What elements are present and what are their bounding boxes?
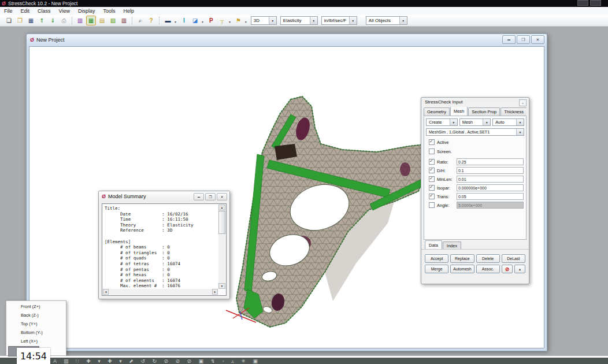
collapse-button[interactable]: ▴ xyxy=(514,265,525,273)
window-restore-button[interactable] xyxy=(517,35,530,44)
trans-field[interactable] xyxy=(457,193,524,200)
tab-thickness[interactable]: Thickness xyxy=(501,107,527,116)
load-icon[interactable]: ⚑ xyxy=(233,16,243,25)
object-select[interactable]: Mesh ▼ xyxy=(459,118,491,126)
menu-edit[interactable]: Edit xyxy=(17,8,34,14)
trans-checkbox[interactable] xyxy=(429,194,435,199)
dialog-close-button[interactable] xyxy=(217,193,227,200)
chevron-down-icon: ▼ xyxy=(516,129,524,135)
file-objects-icon[interactable]: ▤ xyxy=(97,16,107,25)
scroll-down-icon[interactable]: ▼ xyxy=(218,283,225,289)
automesh-button[interactable]: Automesh xyxy=(450,265,474,273)
scrollbar-thumb[interactable] xyxy=(218,211,225,234)
section-icon[interactable]: I xyxy=(179,16,189,25)
chevron-down-icon[interactable]: ▼ xyxy=(244,20,247,24)
angle-field[interactable] xyxy=(457,202,524,209)
delast-button[interactable]: DeLast xyxy=(502,254,525,263)
mesh-tab-page: Create ▼ Mesh ▼ Auto ▼ MeshSim , 1,Globa… xyxy=(424,116,527,240)
merge-button[interactable]: Merge xyxy=(425,265,448,273)
help-icon[interactable]: ? xyxy=(146,16,156,25)
display-options-icon[interactable]: ▬ xyxy=(163,16,173,25)
constraint-icon[interactable]: ┬ xyxy=(217,16,227,25)
tab-section-prop[interactable]: Section Prop xyxy=(468,107,500,116)
delete-button[interactable]: Delete xyxy=(476,254,500,263)
bottom-toolbar-icons[interactable]: A ▥ ∷ ✚ ▾ ✚ ▾ ⬈ ↺ ↻ ⊘ ⊘ ⊘ ▣ ↯ ◦ ▵ ✳ ▣ xyxy=(53,358,261,364)
menu-tools[interactable]: Tools xyxy=(99,8,119,14)
minlen-checkbox[interactable] xyxy=(429,176,435,182)
dh-label: D/H: xyxy=(437,168,454,173)
chevron-down-icon[interactable]: ▼ xyxy=(201,20,204,24)
screen-checkbox[interactable] xyxy=(429,148,435,154)
scroll-up-icon[interactable]: ▲ xyxy=(218,205,225,210)
open-icon[interactable]: ❐ xyxy=(15,16,25,25)
angle-checkbox[interactable] xyxy=(429,202,435,208)
project-info-icon[interactable]: ▥ xyxy=(75,16,85,25)
menu-item-bottom[interactable]: Bottom (Y-) xyxy=(6,328,66,337)
dh-checkbox[interactable] xyxy=(429,168,435,173)
app-minimize-button[interactable] xyxy=(577,0,588,6)
panel-close-button[interactable] xyxy=(519,99,527,106)
import-icon[interactable]: ⇑ xyxy=(37,16,47,25)
ratio-checkbox[interactable] xyxy=(429,159,435,165)
isopar-checkbox[interactable] xyxy=(429,185,435,191)
export-icon[interactable]: ⇓ xyxy=(48,16,58,25)
menu-item-front[interactable]: Front (Z+) xyxy=(6,302,66,311)
points-icon[interactable]: P xyxy=(206,16,216,25)
dialog-maximize-button[interactable] xyxy=(205,193,216,200)
ratio-field[interactable] xyxy=(457,158,524,165)
material-icon[interactable]: ▥ xyxy=(119,16,129,25)
theory-select[interactable]: Elasticity ▼ xyxy=(280,16,318,25)
scroll-right-icon[interactable]: ► xyxy=(212,289,218,295)
menu-view[interactable]: View xyxy=(55,8,74,14)
toolbar-separator xyxy=(132,17,132,25)
units-select[interactable]: in/lbf/sec/F ▼ xyxy=(321,16,357,25)
dimension-select[interactable]: 3D ▼ xyxy=(251,16,277,25)
menu-item-back[interactable]: Back (Z-) xyxy=(6,311,66,320)
objects-select[interactable]: All Objects ▼ xyxy=(366,16,407,25)
window-minimize-button[interactable] xyxy=(502,35,516,44)
app-maximize-button[interactable] xyxy=(590,0,601,6)
time-overlay: 14:54 xyxy=(17,348,50,364)
vertical-scrollbar[interactable]: ▲ ▼ xyxy=(218,205,225,289)
formula-icon[interactable]: ▧ xyxy=(108,16,118,25)
window-close-button[interactable] xyxy=(531,35,544,44)
mesh-set-select[interactable]: MeshSim , 1,Global , Active,SET1 ▼ xyxy=(426,128,524,136)
horizontal-scrollbar[interactable]: ◄ ► xyxy=(103,289,218,295)
menu-display[interactable]: Display xyxy=(74,8,99,14)
menu-item-left[interactable]: Left (X+) xyxy=(6,337,66,346)
menu-item-top[interactable]: Top (Y+) xyxy=(6,320,66,328)
stresscheck-input-panel: StressCheck Input Geometry Mesh Section … xyxy=(421,97,529,284)
minlen-field[interactable] xyxy=(457,176,524,183)
tab-geometry[interactable]: Geometry xyxy=(424,107,450,116)
tab-index[interactable]: Index xyxy=(443,242,461,249)
menu-help[interactable]: Help xyxy=(119,8,138,14)
new-icon[interactable]: ❏ xyxy=(4,16,14,25)
save-icon[interactable]: ▦ xyxy=(26,16,36,25)
chevron-down-icon[interactable]: ▼ xyxy=(174,20,177,24)
active-checkbox[interactable] xyxy=(429,139,435,145)
action-select[interactable]: Create ▼ xyxy=(426,118,458,126)
method-select[interactable]: Auto ▼ xyxy=(492,118,524,126)
accept-button[interactable]: Accept xyxy=(425,254,448,263)
mesh-view-icon[interactable]: ▦ xyxy=(86,16,96,25)
print-icon[interactable]: ⎙ xyxy=(59,16,69,25)
chevron-down-icon[interactable]: ▼ xyxy=(228,20,231,24)
tab-mesh[interactable]: Mesh xyxy=(450,107,468,116)
model-summary-titlebar[interactable]: Ø Model Summary xyxy=(99,191,229,202)
input-panel-titlebar[interactable]: StressCheck Input xyxy=(421,98,529,106)
dh-field[interactable] xyxy=(457,167,524,174)
menu-class[interactable]: Class xyxy=(34,8,55,14)
replace-button[interactable]: Replace xyxy=(450,254,474,263)
assoc-button[interactable]: Assoc. xyxy=(476,265,500,273)
menu-file[interactable]: File xyxy=(0,8,17,14)
plot-icon[interactable]: ◪ xyxy=(190,16,200,25)
tab-data[interactable]: Data xyxy=(425,240,442,249)
trans-label: Trans: xyxy=(437,194,454,199)
chevron-down-icon: ▼ xyxy=(516,119,524,125)
scroll-left-icon[interactable]: ◄ xyxy=(103,289,109,295)
project-window-titlebar[interactable]: Ø New Project xyxy=(27,34,547,45)
isopar-field[interactable] xyxy=(457,184,524,191)
dialog-minimize-button[interactable] xyxy=(194,193,204,200)
block-button[interactable]: ⊘ xyxy=(502,265,513,273)
locate-icon[interactable]: ⌕ xyxy=(135,16,145,25)
